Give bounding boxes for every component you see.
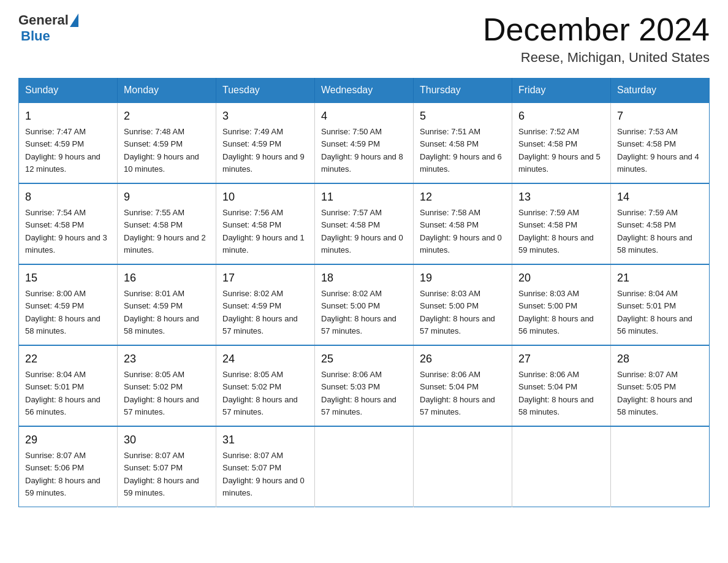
calendar-cell: 24Sunrise: 8:05 AMSunset: 5:02 PMDayligh… — [216, 345, 315, 426]
day-info: Sunrise: 8:05 AMSunset: 5:02 PMDaylight:… — [124, 370, 199, 416]
day-number: 8 — [25, 189, 111, 205]
day-number: 28 — [617, 351, 703, 367]
day-number: 31 — [222, 432, 308, 448]
day-info: Sunrise: 8:06 AMSunset: 5:03 PMDaylight:… — [321, 370, 396, 416]
calendar-cell: 26Sunrise: 8:06 AMSunset: 5:04 PMDayligh… — [414, 345, 512, 426]
calendar-cell: 7Sunrise: 7:53 AMSunset: 4:58 PMDaylight… — [611, 102, 710, 183]
day-info: Sunrise: 8:07 AMSunset: 5:07 PMDaylight:… — [222, 451, 305, 497]
day-info: Sunrise: 8:02 AMSunset: 4:59 PMDaylight:… — [222, 289, 298, 335]
day-info: Sunrise: 8:01 AMSunset: 4:59 PMDaylight:… — [124, 289, 199, 335]
day-number: 6 — [518, 108, 604, 124]
calendar-cell: 3Sunrise: 7:49 AMSunset: 4:59 PMDaylight… — [216, 102, 315, 183]
calendar-table: Sunday Monday Tuesday Wednesday Thursday… — [18, 78, 710, 507]
calendar-week-row: 29Sunrise: 8:07 AMSunset: 5:06 PMDayligh… — [19, 426, 710, 507]
day-info: Sunrise: 7:56 AMSunset: 4:58 PMDaylight:… — [222, 208, 305, 255]
day-info: Sunrise: 8:07 AMSunset: 5:05 PMDaylight:… — [617, 370, 692, 416]
col-wednesday: Wednesday — [315, 79, 414, 103]
calendar-header-row: Sunday Monday Tuesday Wednesday Thursday… — [19, 79, 710, 103]
calendar-cell: 19Sunrise: 8:03 AMSunset: 5:00 PMDayligh… — [414, 264, 512, 345]
calendar-cell: 15Sunrise: 8:00 AMSunset: 4:59 PMDayligh… — [19, 264, 118, 345]
day-info: Sunrise: 8:02 AMSunset: 5:00 PMDaylight:… — [321, 289, 396, 335]
title-block: December 2024 Reese, Michigan, United St… — [483, 12, 710, 66]
day-number: 18 — [321, 270, 407, 286]
month-title: December 2024 — [483, 12, 710, 47]
day-info: Sunrise: 7:52 AMSunset: 4:58 PMDaylight:… — [518, 127, 601, 174]
day-info: Sunrise: 8:03 AMSunset: 5:00 PMDaylight:… — [420, 289, 495, 335]
calendar-cell: 9Sunrise: 7:55 AMSunset: 4:58 PMDaylight… — [118, 183, 216, 264]
calendar-cell: 23Sunrise: 8:05 AMSunset: 5:02 PMDayligh… — [118, 345, 216, 426]
col-sunday: Sunday — [19, 79, 118, 103]
col-saturday: Saturday — [611, 79, 710, 103]
day-number: 19 — [420, 270, 506, 286]
day-info: Sunrise: 7:59 AMSunset: 4:58 PMDaylight:… — [617, 208, 692, 255]
day-number: 25 — [321, 351, 407, 367]
day-info: Sunrise: 7:50 AMSunset: 4:59 PMDaylight:… — [321, 127, 403, 174]
day-info: Sunrise: 8:03 AMSunset: 5:00 PMDaylight:… — [518, 289, 594, 335]
calendar-cell — [512, 426, 611, 507]
day-info: Sunrise: 7:54 AMSunset: 4:58 PMDaylight:… — [25, 208, 107, 255]
calendar-cell: 31Sunrise: 8:07 AMSunset: 5:07 PMDayligh… — [216, 426, 315, 507]
day-info: Sunrise: 8:07 AMSunset: 5:06 PMDaylight:… — [25, 451, 100, 497]
day-info: Sunrise: 8:07 AMSunset: 5:07 PMDaylight:… — [124, 451, 199, 497]
day-number: 21 — [617, 270, 703, 286]
col-friday: Friday — [512, 79, 611, 103]
day-number: 17 — [222, 270, 308, 286]
day-info: Sunrise: 7:47 AMSunset: 4:59 PMDaylight:… — [25, 127, 100, 174]
day-info: Sunrise: 7:53 AMSunset: 4:58 PMDaylight:… — [617, 127, 699, 174]
day-info: Sunrise: 7:59 AMSunset: 4:58 PMDaylight:… — [518, 208, 594, 255]
calendar-week-row: 1Sunrise: 7:47 AMSunset: 4:59 PMDaylight… — [19, 102, 710, 183]
col-tuesday: Tuesday — [216, 79, 315, 103]
calendar-cell: 20Sunrise: 8:03 AMSunset: 5:00 PMDayligh… — [512, 264, 611, 345]
day-info: Sunrise: 8:04 AMSunset: 5:01 PMDaylight:… — [617, 289, 692, 335]
day-number: 24 — [222, 351, 308, 367]
day-number: 7 — [617, 108, 703, 124]
col-thursday: Thursday — [414, 79, 512, 103]
calendar-cell — [414, 426, 512, 507]
calendar-cell — [611, 426, 710, 507]
location-title: Reese, Michigan, United States — [483, 50, 710, 66]
calendar-cell: 1Sunrise: 7:47 AMSunset: 4:59 PMDaylight… — [19, 102, 118, 183]
day-info: Sunrise: 8:00 AMSunset: 4:59 PMDaylight:… — [25, 289, 100, 335]
day-number: 26 — [420, 351, 506, 367]
calendar-week-row: 22Sunrise: 8:04 AMSunset: 5:01 PMDayligh… — [19, 345, 710, 426]
calendar-cell: 17Sunrise: 8:02 AMSunset: 4:59 PMDayligh… — [216, 264, 315, 345]
calendar-cell: 5Sunrise: 7:51 AMSunset: 4:58 PMDaylight… — [414, 102, 512, 183]
calendar-cell: 11Sunrise: 7:57 AMSunset: 4:58 PMDayligh… — [315, 183, 414, 264]
day-info: Sunrise: 7:48 AMSunset: 4:59 PMDaylight:… — [124, 127, 199, 174]
col-monday: Monday — [118, 79, 216, 103]
day-number: 9 — [124, 189, 210, 205]
day-info: Sunrise: 7:57 AMSunset: 4:58 PMDaylight:… — [321, 208, 403, 255]
day-number: 22 — [25, 351, 111, 367]
logo-general-text: General — [18, 12, 69, 28]
day-number: 27 — [518, 351, 604, 367]
calendar-cell: 12Sunrise: 7:58 AMSunset: 4:58 PMDayligh… — [414, 183, 512, 264]
calendar-cell: 28Sunrise: 8:07 AMSunset: 5:05 PMDayligh… — [611, 345, 710, 426]
day-number: 20 — [518, 270, 604, 286]
calendar-cell: 30Sunrise: 8:07 AMSunset: 5:07 PMDayligh… — [118, 426, 216, 507]
day-number: 29 — [25, 432, 111, 448]
day-number: 3 — [222, 108, 308, 124]
calendar-cell: 6Sunrise: 7:52 AMSunset: 4:58 PMDaylight… — [512, 102, 611, 183]
day-number: 10 — [222, 189, 308, 205]
logo-inner: General Blue — [18, 12, 78, 44]
calendar-cell: 14Sunrise: 7:59 AMSunset: 4:58 PMDayligh… — [611, 183, 710, 264]
day-number: 16 — [124, 270, 210, 286]
calendar-cell: 16Sunrise: 8:01 AMSunset: 4:59 PMDayligh… — [118, 264, 216, 345]
calendar-cell: 8Sunrise: 7:54 AMSunset: 4:58 PMDaylight… — [19, 183, 118, 264]
calendar-cell — [315, 426, 414, 507]
logo-blue-text: Blue — [21, 28, 50, 44]
logo-top-row: General — [18, 12, 78, 28]
day-number: 14 — [617, 189, 703, 205]
day-number: 30 — [124, 432, 210, 448]
day-info: Sunrise: 8:04 AMSunset: 5:01 PMDaylight:… — [25, 370, 100, 416]
day-number: 1 — [25, 108, 111, 124]
calendar-week-row: 8Sunrise: 7:54 AMSunset: 4:58 PMDaylight… — [19, 183, 710, 264]
calendar-cell: 25Sunrise: 8:06 AMSunset: 5:03 PMDayligh… — [315, 345, 414, 426]
calendar-week-row: 15Sunrise: 8:00 AMSunset: 4:59 PMDayligh… — [19, 264, 710, 345]
day-number: 2 — [124, 108, 210, 124]
day-number: 11 — [321, 189, 407, 205]
day-info: Sunrise: 8:06 AMSunset: 5:04 PMDaylight:… — [420, 370, 495, 416]
day-info: Sunrise: 8:05 AMSunset: 5:02 PMDaylight:… — [222, 370, 298, 416]
day-info: Sunrise: 7:55 AMSunset: 4:58 PMDaylight:… — [124, 208, 206, 255]
day-info: Sunrise: 7:49 AMSunset: 4:59 PMDaylight:… — [222, 127, 305, 174]
